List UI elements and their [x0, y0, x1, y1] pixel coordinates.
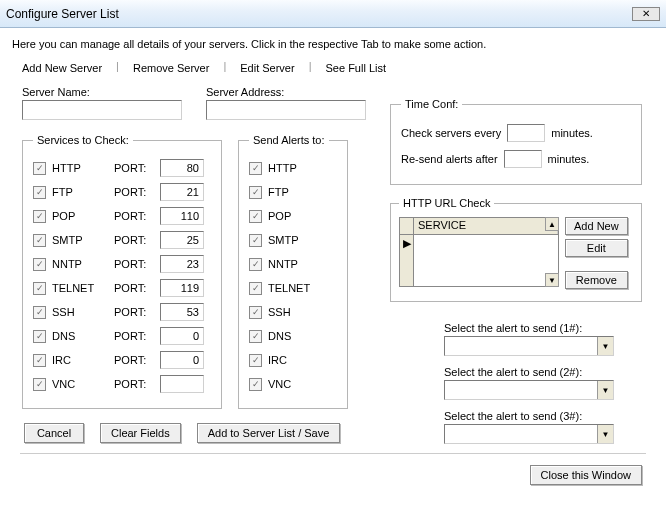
alert-label: IRC — [268, 354, 287, 366]
alert-label: HTTP — [268, 162, 297, 174]
service-row: ✓TELNETPORT: — [33, 276, 211, 300]
tab-bar: Add New Server| Remove Server| Edit Serv… — [14, 60, 656, 76]
alert-checkbox[interactable]: ✓ — [249, 210, 262, 223]
service-label: VNC — [52, 378, 108, 390]
port-label: PORT: — [114, 378, 154, 390]
alert-row: ✓IRC — [249, 348, 337, 372]
service-row: ✓FTPPORT: — [33, 180, 211, 204]
alert-row: ✓NNTP — [249, 252, 337, 276]
alert1-label: Select the alert to send (1#): — [444, 322, 642, 334]
port-input[interactable] — [160, 183, 204, 201]
alert-checkbox[interactable]: ✓ — [249, 162, 262, 175]
port-input[interactable] — [160, 327, 204, 345]
alert2-select[interactable]: ▼ — [444, 380, 614, 400]
port-input[interactable] — [160, 207, 204, 225]
service-label: POP — [52, 210, 108, 222]
service-label: FTP — [52, 186, 108, 198]
port-label: PORT: — [114, 210, 154, 222]
alert-checkbox[interactable]: ✓ — [249, 282, 262, 295]
service-checkbox[interactable]: ✓ — [33, 378, 46, 391]
remove-button[interactable]: Remove — [565, 271, 628, 289]
urlcheck-legend: HTTP URL Check — [399, 197, 494, 209]
alert-row: ✓POP — [249, 204, 337, 228]
port-label: PORT: — [114, 330, 154, 342]
port-label: PORT: — [114, 234, 154, 246]
tab-see-full-list[interactable]: See Full List — [318, 60, 395, 76]
add-new-button[interactable]: Add New — [565, 217, 628, 235]
service-checkbox[interactable]: ✓ — [33, 210, 46, 223]
cancel-button[interactable]: Cancel — [24, 423, 84, 443]
alert-label: NNTP — [268, 258, 298, 270]
service-checkbox[interactable]: ✓ — [33, 162, 46, 175]
alert-label: POP — [268, 210, 291, 222]
alert-checkbox[interactable]: ✓ — [249, 306, 262, 319]
service-checkbox[interactable]: ✓ — [33, 306, 46, 319]
tab-add-new-server[interactable]: Add New Server — [14, 60, 110, 76]
port-label: PORT: — [114, 162, 154, 174]
tab-remove-server[interactable]: Remove Server — [125, 60, 217, 76]
service-row: ✓SMTPPORT: — [33, 228, 211, 252]
service-label: SMTP — [52, 234, 108, 246]
alert-checkbox[interactable]: ✓ — [249, 234, 262, 247]
timeconf-legend: Time Conf: — [401, 98, 462, 110]
alert-label: SSH — [268, 306, 291, 318]
port-label: PORT: — [114, 258, 154, 270]
service-label: TELNET — [52, 282, 108, 294]
alert-row: ✓HTTP — [249, 156, 337, 180]
add-to-list-button[interactable]: Add to Server List / Save — [197, 423, 341, 443]
alerts-legend: Send Alerts to: — [249, 134, 329, 146]
urlcheck-grid[interactable]: SERVICE ▶ ▲ ▼ — [399, 217, 559, 287]
port-input[interactable] — [160, 375, 204, 393]
service-checkbox[interactable]: ✓ — [33, 258, 46, 271]
check-every-input[interactable] — [507, 124, 545, 142]
scroll-up-icon[interactable]: ▲ — [545, 217, 559, 231]
service-checkbox[interactable]: ✓ — [33, 354, 46, 367]
alert-checkbox[interactable]: ✓ — [249, 258, 262, 271]
port-input[interactable] — [160, 255, 204, 273]
server-name-label: Server Name: — [22, 86, 182, 98]
service-checkbox[interactable]: ✓ — [33, 282, 46, 295]
alerts-group: Send Alerts to: ✓HTTP✓FTP✓POP✓SMTP✓NNTP✓… — [238, 134, 348, 409]
edit-button[interactable]: Edit — [565, 239, 628, 257]
alert-label: FTP — [268, 186, 289, 198]
service-checkbox[interactable]: ✓ — [33, 186, 46, 199]
alert1-select[interactable]: ▼ — [444, 336, 614, 356]
service-label: SSH — [52, 306, 108, 318]
alert-checkbox[interactable]: ✓ — [249, 378, 262, 391]
alert-row: ✓DNS — [249, 324, 337, 348]
port-input[interactable] — [160, 279, 204, 297]
service-checkbox[interactable]: ✓ — [33, 234, 46, 247]
alert-checkbox[interactable]: ✓ — [249, 354, 262, 367]
scroll-down-icon[interactable]: ▼ — [545, 273, 559, 287]
service-row: ✓HTTPPORT: — [33, 156, 211, 180]
resend-unit: minutes. — [548, 153, 590, 165]
timeconf-group: Time Conf: Check servers every minutes. … — [390, 98, 642, 185]
port-label: PORT: — [114, 354, 154, 366]
service-row: ✓DNSPORT: — [33, 324, 211, 348]
service-row: ✓IRCPORT: — [33, 348, 211, 372]
service-row: ✓NNTPPORT: — [33, 252, 211, 276]
service-checkbox[interactable]: ✓ — [33, 330, 46, 343]
port-input[interactable] — [160, 159, 204, 177]
service-row: ✓POPPORT: — [33, 204, 211, 228]
server-name-input[interactable] — [22, 100, 182, 120]
hint-text: Here you can manage all details of your … — [12, 38, 656, 50]
close-window-button[interactable]: Close this Window — [530, 465, 642, 485]
port-label: PORT: — [114, 306, 154, 318]
resend-input[interactable] — [504, 150, 542, 168]
port-label: PORT: — [114, 186, 154, 198]
alert-checkbox[interactable]: ✓ — [249, 330, 262, 343]
server-address-label: Server Address: — [206, 86, 366, 98]
alert3-select[interactable]: ▼ — [444, 424, 614, 444]
alert-checkbox[interactable]: ✓ — [249, 186, 262, 199]
port-input[interactable] — [160, 303, 204, 321]
alert-label: SMTP — [268, 234, 299, 246]
tab-edit-server[interactable]: Edit Server — [232, 60, 302, 76]
clear-fields-button[interactable]: Clear Fields — [100, 423, 181, 443]
alert-row: ✓VNC — [249, 372, 337, 396]
port-input[interactable] — [160, 231, 204, 249]
server-address-input[interactable] — [206, 100, 366, 120]
grid-col-service: SERVICE — [414, 218, 558, 234]
port-input[interactable] — [160, 351, 204, 369]
close-icon[interactable]: ✕ — [632, 7, 660, 21]
